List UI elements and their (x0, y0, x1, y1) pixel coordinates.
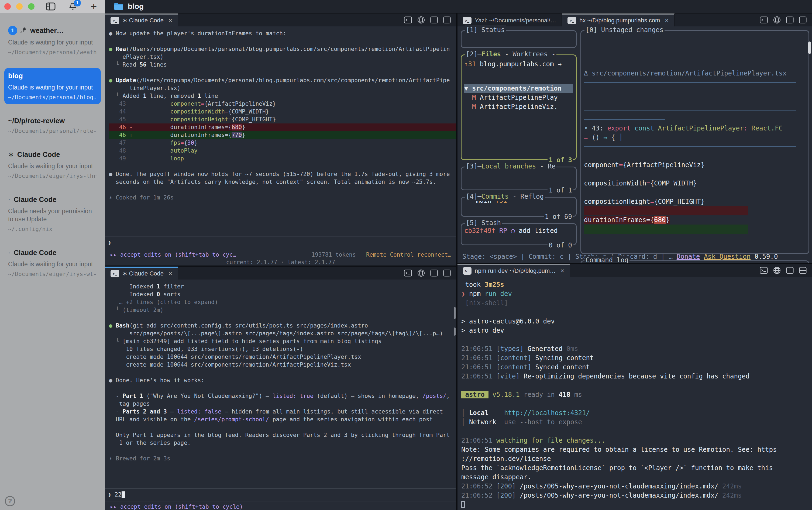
text-segment: - (109, 409, 123, 415)
text-segment: │ (461, 418, 469, 426)
terminal-line: 49 loop (109, 155, 456, 162)
terminal-line: 10 files changed, 933 insertions(+), 13 … (109, 345, 456, 353)
terminal-icon[interactable] (404, 270, 412, 276)
text-segment: ❯ (108, 239, 111, 246)
terminal-line: 21:06:51 [content] Syncing content (461, 353, 812, 363)
terminal-line: ▼ src/components/remotion (464, 84, 573, 93)
sidebar-toggle-icon[interactable] (46, 2, 56, 10)
text-segment: compositionWidth (584, 180, 646, 187)
text-segment: 242ms (722, 492, 742, 499)
text-segment: Files (482, 51, 501, 58)
text-segment: = (646, 180, 650, 187)
session-item[interactable]: ·Claude CodeClaude needs your permission… (4, 192, 101, 236)
session-path: ~/Documents/personal/rote-… (8, 128, 97, 134)
globe-icon[interactable] (417, 269, 425, 277)
close-icon[interactable]: × (169, 270, 172, 277)
main-area: blog >_ ∗ Claude Code × (105, 0, 812, 510)
close-icon[interactable]: × (665, 17, 669, 24)
split-vertical-icon[interactable] (786, 267, 794, 274)
globe-icon[interactable] (417, 16, 425, 24)
close-icon[interactable]: × (169, 17, 172, 24)
permission-mode[interactable]: ▸▸ accept edits on (shift+tab to cycle) (110, 504, 243, 510)
help-icon[interactable]: ? (5, 496, 15, 506)
tab-label: npm run dev ~/D/p/blog.pum… (475, 267, 556, 274)
scrollbar-thumb[interactable] (454, 307, 456, 319)
session-item[interactable]: blogClaude is waiting for your input~/Do… (4, 68, 101, 104)
claude-prompt-input[interactable]: ❯ 22 (105, 488, 456, 501)
tab-claude-code-bottom[interactable]: >_ ∗ Claude Code × (105, 267, 178, 279)
lazygit-status-panel[interactable]: [1]─Status ↑31 blog.pumpurlabs.com → (461, 30, 577, 48)
session-status: Claude is waiting for your input (8, 260, 97, 268)
text-segment: } (242, 124, 245, 130)
lazygit-diff-panel[interactable]: [0]─Unstaged changes Δ src/components/re… (580, 30, 809, 254)
bell-icon[interactable]: 1 (68, 2, 77, 11)
lazygit-commits-panel[interactable]: [4]─Commits - Reflog cb32f49f RP ○ add l… (461, 197, 577, 217)
lazygit-ui: [1]─Status ↑31 blog.pumpurlabs.com → [2]… (458, 26, 812, 263)
globe-icon[interactable] (773, 267, 781, 274)
text-segment: 30 (187, 140, 194, 146)
terminal-line: Indexed 0 sorts (109, 291, 456, 298)
lazygit-files-panel[interactable]: [2]─Files - Worktrees - ▼ src/components… (461, 55, 577, 160)
session-title-row: ·Claude Code (8, 196, 97, 204)
text-segment: 21:06:51 (461, 372, 496, 380)
terminal-line (109, 69, 456, 77)
zoom-window-button[interactable] (28, 3, 34, 10)
text-segment: {COMP_HEIGHT} (232, 116, 276, 123)
tab-yazi[interactable]: >_ Yazi: ~/Documents/personal/… (458, 13, 562, 26)
lazygit-branches-panel[interactable]: [3]─Local branches - Re * main ↑31 1 of … (461, 167, 577, 190)
text-segment: component (170, 100, 201, 107)
text-segment (461, 501, 465, 508)
close-icon[interactable]: × (560, 267, 564, 275)
version-info: current: 2.1.77 · latest: 2.1.77 (105, 258, 456, 266)
token-count: 193781 tokens (312, 251, 356, 258)
terminal-icon[interactable] (760, 267, 768, 274)
session-item[interactable]: ·Claude CodeClaude is waiting for your i… (4, 245, 101, 281)
split-vertical-icon[interactable] (430, 270, 438, 276)
terminal-icon[interactable] (404, 17, 412, 24)
tab-npm-run-dev[interactable]: >_ npm run dev ~/D/p/blog.pum… × (458, 264, 570, 277)
terminal-line: ://remotion.dev/license (461, 454, 812, 463)
session-item[interactable]: ~/D/p/rote-review~/Documents/personal/ro… (4, 113, 101, 138)
text-segment (133, 132, 170, 138)
terminal-line (461, 399, 812, 409)
remote-control-status[interactable]: Remote Control reconnect… (366, 251, 451, 258)
text-segment: 22 (115, 491, 121, 498)
session-item[interactable]: 1weather…Claude is waiting for your inpu… (4, 22, 101, 59)
text-segment: │ (461, 409, 469, 417)
terminal-line: ∗ Cooked for 1m 26s (109, 194, 456, 202)
claude-prompt-input[interactable]: ❯ (105, 236, 456, 249)
claude-status-bar: ▸▸ accept edits on (shift+tab to cycle) (105, 501, 456, 510)
text-segment: ArtifactPipelineViz. (476, 103, 557, 111)
text-segment: 46 + (109, 132, 133, 138)
close-window-button[interactable] (4, 3, 11, 10)
text-segment: [2]─ (466, 51, 482, 58)
left-pane-column: >_ ∗ Claude Code × ● Now update the pla (105, 13, 458, 510)
text-segment: Pass the `acknowledgeRemotionLicense` pr… (461, 464, 773, 472)
tab-hx[interactable]: >_ hx ~/D/p/blog.pumpurlabs.com × (562, 13, 674, 26)
globe-icon[interactable] (773, 16, 781, 24)
text-segment: watching for file changes... (496, 437, 606, 444)
permission-mode[interactable]: ▸▸ accept edits on (shift+tab to cyc… (110, 251, 236, 258)
terminal-line (584, 188, 806, 197)
text-segment: … +2 lines (ctrl+o to expand) (109, 299, 218, 305)
split-vertical-icon[interactable] (430, 17, 438, 24)
lazygit-stash-panel[interactable]: [5]─Stash 0 of 0 (461, 223, 577, 245)
text-segment: - Worktrees - (501, 51, 555, 58)
scrollbar-thumb[interactable] (454, 328, 456, 336)
tab-claude-code-top[interactable]: >_ ∗ Claude Code × (105, 13, 178, 26)
scrollbar-thumb[interactable] (808, 41, 811, 54)
minimize-window-button[interactable] (16, 3, 23, 10)
session-item[interactable]: ∗Claude CodeClaude is waiting for your i… (4, 147, 101, 183)
split-horizontal-icon[interactable] (799, 17, 807, 24)
split-horizontal-icon[interactable] (443, 17, 451, 24)
text-segment: ● (109, 46, 116, 52)
split-vertical-icon[interactable] (786, 17, 794, 24)
terminal-line: Δ src/components/remotion/ArtifactPipeli… (584, 69, 806, 78)
split-horizontal-icon[interactable] (443, 270, 451, 276)
lazygit-command-log-panel: Command log git add -- src (580, 260, 809, 263)
split-horizontal-icon[interactable] (799, 267, 807, 274)
new-session-button[interactable]: + (91, 2, 97, 10)
terminal-icon[interactable] (760, 17, 768, 24)
text-segment (126, 100, 170, 107)
text-segment: (timeout 2m) (123, 307, 164, 313)
